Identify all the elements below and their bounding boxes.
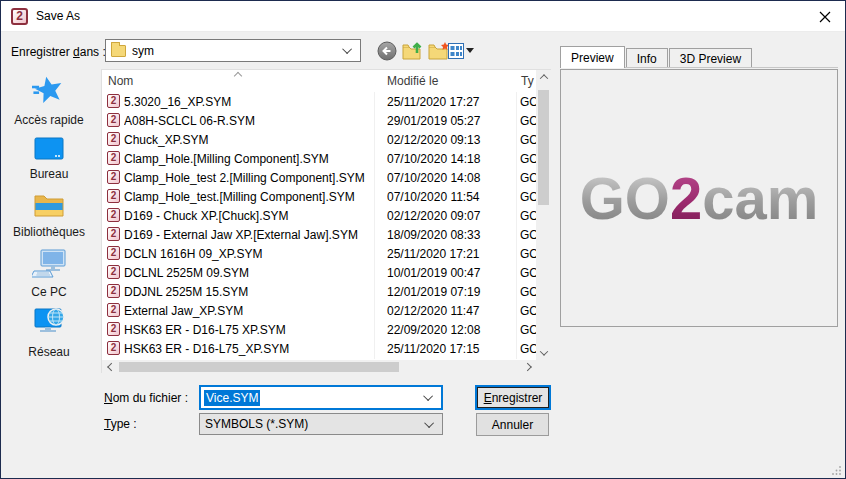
libraries-folder-icon — [33, 191, 65, 219]
file-type: GO — [520, 171, 536, 185]
vertical-scrollbar-thumb[interactable] — [538, 90, 549, 205]
file-row[interactable]: 2 DDJNL 2525M 15.SYM 12/01/2019 07:19 GO — [102, 282, 536, 301]
go2cam-file-icon: 2 — [107, 208, 120, 222]
logo-two: 2 — [670, 165, 702, 231]
file-modified: 25/11/2020 17:21 — [387, 247, 514, 261]
up-one-level-button[interactable] — [401, 39, 425, 63]
file-name: DCLNL 2525M 09.SYM — [124, 266, 372, 280]
scroll-up-button[interactable] — [536, 70, 551, 84]
file-name: D169 - External Jaw XP.[External Jaw].SY… — [124, 228, 372, 242]
go2cam-file-icon: 2 — [107, 227, 120, 241]
back-button[interactable] — [375, 39, 399, 63]
save-in-label-post: ans : — [80, 45, 106, 59]
sidebar-label: Ce PC — [1, 285, 97, 299]
sidebar-item-libraries[interactable]: Bibliothèques — [1, 191, 97, 239]
scroll-right-button[interactable] — [521, 360, 536, 374]
back-arrow-icon — [377, 41, 397, 61]
file-type: GO — [520, 95, 536, 109]
file-type: GO — [520, 209, 536, 223]
chevron-down-icon — [342, 44, 352, 54]
quick-access-star-icon — [32, 73, 66, 107]
file-type: GO — [520, 190, 536, 204]
file-row[interactable]: 2 External Jaw_XP.SYM 02/12/2020 11:47 G… — [102, 301, 536, 320]
go2cam-logo: GO2cam — [580, 164, 819, 232]
tab-info[interactable]: Info — [626, 48, 668, 68]
go2cam-file-icon: 2 — [107, 132, 120, 146]
sidebar-item-network[interactable]: Réseau — [1, 307, 97, 359]
scrollbar-corner — [536, 360, 551, 374]
file-type: GO — [520, 342, 536, 356]
save-in-label-accel: d — [73, 45, 80, 59]
filename-combobox[interactable]: Vice.SYM — [199, 385, 443, 410]
file-row[interactable]: 2 HSK63 ER - D16-L75 XP.SYM 22/09/2020 1… — [102, 320, 536, 339]
file-modified: 10/01/2019 00:47 — [387, 266, 514, 280]
vertical-scrollbar[interactable] — [536, 70, 551, 360]
file-modified: 07/10/2020 14:08 — [387, 171, 514, 185]
file-name: HSK63 ER - D16-L75_XP.SYM — [124, 342, 372, 356]
cancel-button[interactable]: Annuler — [476, 413, 549, 436]
sidebar-item-desktop[interactable]: Bureau — [1, 137, 97, 181]
file-row[interactable]: 2 Chuck_XP.SYM 02/12/2020 09:13 GO — [102, 130, 536, 149]
file-modified: 29/01/2019 05:27 — [387, 114, 514, 128]
filename-label-post: om du fichier : — [113, 391, 188, 405]
file-row[interactable]: 2 Clamp_Hole.[Milling Component].SYM 07/… — [102, 149, 536, 168]
preview-panel: GO2cam — [560, 69, 838, 327]
horizontal-scrollbar[interactable] — [102, 360, 536, 374]
sidebar-item-quick-access[interactable]: Accès rapide — [1, 73, 97, 127]
sidebar-item-this-pc[interactable]: Ce PC — [1, 249, 97, 299]
column-header-type[interactable]: Ty — [521, 74, 534, 88]
file-row[interactable]: 2 Clamp_Hole_test.[Milling Component].SY… — [102, 187, 536, 206]
go2cam-file-icon: 2 — [107, 284, 120, 298]
close-button[interactable] — [815, 7, 835, 27]
file-modified: 25/11/2020 17:27 — [387, 95, 514, 109]
file-row[interactable]: 2 A08H-SCLCL 06-R.SYM 29/01/2019 05:27 G… — [102, 111, 536, 130]
file-row[interactable]: 2 D169 - External Jaw XP.[External Jaw].… — [102, 225, 536, 244]
file-type: GO — [520, 266, 536, 280]
horizontal-scrollbar-thumb[interactable] — [119, 362, 399, 372]
filename-value: Vice.SYM — [204, 390, 260, 406]
dropdown-arrow-icon — [466, 48, 475, 54]
file-type: GO — [520, 285, 536, 299]
file-row[interactable]: 2 Clamp_Hole_test 2.[Milling Component].… — [102, 168, 536, 187]
file-row[interactable]: 2 HSK63 ER - D16-L75_XP.SYM 25/11/2020 1… — [102, 339, 536, 358]
filetype-label: Type : — [104, 417, 137, 431]
save-in-combobox[interactable]: sym — [105, 39, 361, 62]
scroll-down-button[interactable] — [536, 346, 551, 360]
resize-grip-icon[interactable] — [831, 465, 842, 476]
file-type: GO — [520, 247, 536, 261]
filetype-value: SYMBOLS (*.SYM) — [205, 417, 308, 431]
network-icon — [32, 307, 66, 339]
file-name: 5.3020_16_XP.SYM — [124, 95, 372, 109]
logo-go: GO — [580, 165, 670, 231]
view-menu-button[interactable] — [445, 39, 477, 63]
file-row[interactable]: 2 5.3020_16_XP.SYM 25/11/2020 17:27 GO — [102, 92, 536, 111]
file-list: Nom Modifié le Ty 2 5.3020_16_XP.SYM 25/… — [101, 69, 551, 373]
chevron-down-icon — [539, 347, 547, 355]
filetype-combobox[interactable]: SYMBOLS (*.SYM) — [199, 413, 443, 435]
file-name: D169 - Chuck XP.[Chuck].SYM — [124, 209, 372, 223]
file-name: DDJNL 2525M 15.SYM — [124, 285, 372, 299]
tab-3d-preview[interactable]: 3D Preview — [669, 48, 752, 68]
file-modified: 07/10/2020 11:54 — [387, 190, 514, 204]
chevron-down-icon — [424, 418, 434, 428]
file-modified: 18/09/2020 08:33 — [387, 228, 514, 242]
save-button[interactable]: Enregistrer — [475, 385, 551, 410]
file-row[interactable]: 2 DCLNL 2525M 09.SYM 10/01/2019 00:47 GO — [102, 263, 536, 282]
file-type: GO — [520, 323, 536, 337]
list-header: Nom Modifié le Ty — [102, 70, 536, 92]
column-header-name[interactable]: Nom — [108, 74, 133, 88]
go2cam-file-icon: 2 — [107, 265, 120, 279]
tab-preview[interactable]: Preview — [560, 46, 625, 68]
sidebar-label: Bureau — [1, 167, 97, 181]
go2cam-file-icon: 2 — [107, 303, 120, 317]
column-header-modified[interactable]: Modifié le — [387, 74, 438, 88]
filetype-label-post: ype : — [111, 417, 137, 431]
filename-label: Nom du fichier : — [104, 391, 188, 405]
file-row[interactable]: 2 DCLN 1616H 09_XP.SYM 25/11/2020 17:21 … — [102, 244, 536, 263]
go2cam-file-icon: 2 — [107, 151, 120, 165]
scroll-left-button[interactable] — [102, 360, 117, 374]
chevron-down-icon — [423, 391, 433, 401]
file-name: Chuck_XP.SYM — [124, 133, 372, 147]
file-modified: 22/09/2020 12:08 — [387, 323, 514, 337]
file-row[interactable]: 2 D169 - Chuck XP.[Chuck].SYM 02/12/2020… — [102, 206, 536, 225]
